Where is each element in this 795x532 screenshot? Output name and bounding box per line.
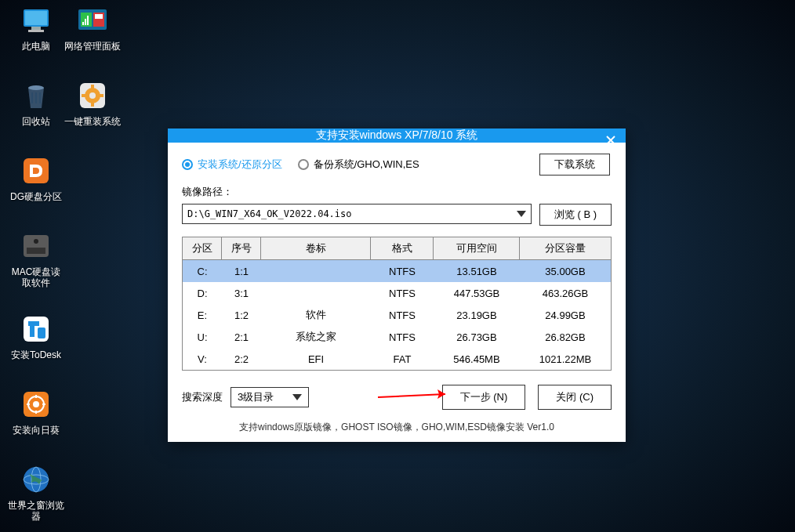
desktop-icon-reinstall[interactable]: 一键重装系统 xyxy=(64,80,121,127)
table-row[interactable]: V: 2:2 EFI FAT 546.45MB 1021.22MB xyxy=(183,348,611,370)
svg-rect-16 xyxy=(91,102,94,107)
svg-rect-2 xyxy=(31,27,41,30)
chevron-down-icon xyxy=(517,211,526,217)
svg-rect-1 xyxy=(25,11,47,25)
table-row[interactable]: U: 2:1 系统之家 NTFS 26.73GB 26.82GB xyxy=(183,326,611,348)
icon-label: 安装向日葵 xyxy=(13,425,60,436)
desktop-icon-mac-disk[interactable]: MAC硬盘读取软件 xyxy=(8,230,64,288)
svg-rect-18 xyxy=(99,94,103,97)
search-depth-dropdown[interactable]: 3级目录 xyxy=(231,387,309,407)
minimize-button[interactable] xyxy=(574,130,594,150)
browse-button[interactable]: 浏览 ( B ) xyxy=(539,204,612,226)
desktop-icon-this-pc[interactable]: 此电脑 xyxy=(8,5,64,52)
desktop-icon-browser[interactable]: 世界之窗浏览器 xyxy=(8,464,64,522)
svg-rect-22 xyxy=(27,248,45,254)
th-avail: 可用空间 xyxy=(434,237,520,259)
svg-point-11 xyxy=(28,85,44,90)
svg-rect-8 xyxy=(87,16,89,25)
th-fmt: 格式 xyxy=(371,237,434,259)
sunflower-icon xyxy=(20,389,52,420)
svg-rect-3 xyxy=(28,30,44,32)
radio-icon xyxy=(182,159,193,170)
gear-app-icon xyxy=(77,80,108,111)
svg-rect-7 xyxy=(85,19,86,25)
radio-icon xyxy=(298,159,309,170)
desktop-icon-sunflower[interactable]: 安装向日葵 xyxy=(8,389,64,436)
recycle-bin-icon xyxy=(20,80,52,111)
image-path-label: 镜像路径： xyxy=(182,185,612,199)
mac-disk-icon xyxy=(20,230,52,262)
network-panel-icon xyxy=(77,5,108,36)
window-title: 支持安装windows XP/7/8/10 系统 xyxy=(316,128,478,143)
next-button[interactable]: 下一步 (N) xyxy=(442,385,526,410)
todesk-icon xyxy=(20,313,52,345)
icon-label: DG硬盘分区 xyxy=(10,191,62,202)
close-window-button[interactable]: 关闭 (C) xyxy=(538,385,612,410)
desktop-icon-todesk[interactable]: 安装ToDesk xyxy=(8,313,64,360)
chevron-down-icon xyxy=(292,394,302,400)
icon-label: 网络管理面板 xyxy=(64,41,121,52)
monitor-icon xyxy=(20,5,52,36)
table-row[interactable]: C: 1:1 NTFS 13.51GB 35.00GB xyxy=(183,260,611,282)
radio-label: 安装系统/还原分区 xyxy=(198,157,282,172)
globe-icon xyxy=(20,464,52,495)
diskgenius-icon xyxy=(20,155,52,186)
table-row[interactable]: D: 3:1 NTFS 447.53GB 463.26GB xyxy=(183,282,611,304)
svg-rect-15 xyxy=(91,85,94,89)
image-path-dropdown[interactable]: D:\G_WIN7_X64_OK_V2022.04.iso xyxy=(182,204,532,224)
image-path-value: D:\G_WIN7_X64_OK_V2022.04.iso xyxy=(187,208,352,219)
radio-label: 备份系统/GHO,WIN,ES xyxy=(314,157,419,172)
icon-label: MAC硬盘读取软件 xyxy=(8,266,64,288)
svg-rect-6 xyxy=(82,22,84,25)
icon-label: 一键重装系统 xyxy=(64,116,121,127)
close-button[interactable] xyxy=(601,130,621,150)
svg-point-27 xyxy=(33,401,39,407)
svg-rect-10 xyxy=(95,14,103,19)
radio-install-restore[interactable]: 安装系统/还原分区 xyxy=(182,157,282,172)
icon-label: 安装ToDesk xyxy=(11,349,61,360)
svg-point-14 xyxy=(89,92,96,99)
th-vol: 卷标 xyxy=(261,237,371,259)
partition-table: 分区 序号 卷标 格式 可用空间 分区容量 C: 1:1 NTFS 13.51G… xyxy=(182,237,612,371)
desktop-icon-network-panel[interactable]: 网络管理面板 xyxy=(64,5,121,52)
th-seq: 序号 xyxy=(222,237,261,259)
th-cap: 分区容量 xyxy=(520,237,611,259)
footer-info: 支持windows原版镜像，GHOST ISO镜像，GHO,WIM,ESD镜像安… xyxy=(182,421,612,434)
table-row[interactable]: E: 1:2 软件 NTFS 23.19GB 24.99GB xyxy=(183,304,611,326)
svg-rect-24 xyxy=(38,328,45,338)
svg-line-38 xyxy=(378,394,445,397)
radio-backup[interactable]: 备份系统/GHO,WIN,ES xyxy=(298,157,419,172)
titlebar[interactable]: 支持安装windows XP/7/8/10 系统 xyxy=(168,128,626,143)
icon-label: 回收站 xyxy=(22,116,50,127)
svg-rect-17 xyxy=(82,94,86,97)
download-system-button[interactable]: 下载系统 xyxy=(539,154,610,176)
installer-window: 支持安装windows XP/7/8/10 系统 安装系统/还原分区 备份系统/… xyxy=(168,128,626,442)
search-depth-label: 搜索深度 xyxy=(182,390,223,404)
search-depth-value: 3级目录 xyxy=(238,390,274,404)
svg-point-21 xyxy=(34,239,38,244)
svg-rect-19 xyxy=(24,158,49,183)
th-drive: 分区 xyxy=(183,237,222,259)
icon-label: 此电脑 xyxy=(22,41,50,52)
icon-label: 世界之窗浏览器 xyxy=(8,500,64,522)
table-header: 分区 序号 卷标 格式 可用空间 分区容量 xyxy=(183,237,611,260)
desktop-icon-dg-partition[interactable]: DG硬盘分区 xyxy=(8,155,64,202)
desktop-icon-recycle-bin[interactable]: 回收站 xyxy=(8,80,64,127)
